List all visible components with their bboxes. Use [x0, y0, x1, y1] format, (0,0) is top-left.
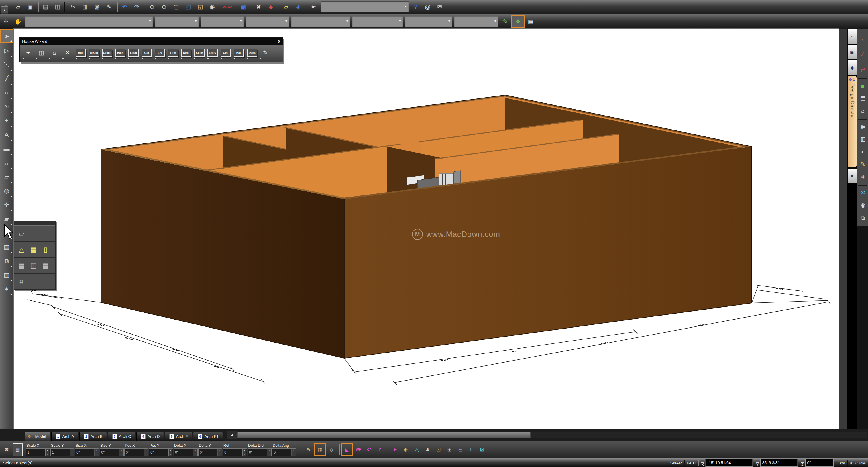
- horizontal-scrollbar-thumb[interactable]: [238, 432, 531, 438]
- polyline-tool[interactable]: ⋱: [0, 58, 13, 71]
- move-resize-icon[interactable]: ⇄: [858, 64, 868, 76]
- text-tool[interactable]: A: [0, 128, 13, 141]
- blocks-tool[interactable]: ▦: [0, 240, 13, 254]
- tab-arch-b[interactable]: 2Arch B: [79, 432, 107, 441]
- mask-circle-icon[interactable]: ◐: [858, 145, 868, 158]
- style-dropdown-2[interactable]: [405, 16, 452, 27]
- style-dropdown[interactable]: [320, 1, 409, 12]
- render-dropdown[interactable]: [454, 16, 498, 27]
- solids-3d-tool[interactable]: ◍: [0, 184, 13, 197]
- color-dropdown[interactable]: [155, 16, 199, 27]
- spell-check-icon[interactable]: ABC✓: [222, 1, 234, 13]
- grid-panel-icon[interactable]: ▦: [858, 120, 868, 133]
- fill-all-icon[interactable]: ◣: [341, 443, 353, 456]
- snowflake-icon[interactable]: ❄: [858, 186, 868, 199]
- address-book-icon[interactable]: @: [422, 1, 434, 13]
- send-mail-icon[interactable]: ✉: [434, 1, 446, 13]
- save-icon[interactable]: ▣: [24, 1, 36, 13]
- zoom-in-icon[interactable]: ⊕: [146, 1, 158, 13]
- open-palette-icon[interactable]: ▱: [280, 1, 292, 13]
- open-file-icon[interactable]: ▱: [12, 1, 24, 13]
- options-gear-icon[interactable]: ⚙: [0, 15, 12, 28]
- context-help-icon[interactable]: ?: [410, 1, 422, 13]
- clipboard-shape-icon[interactable]: ▤: [858, 92, 868, 104]
- horizontal-scrollbar[interactable]: [238, 432, 867, 438]
- building-grid-2-item[interactable]: ▥: [28, 260, 39, 272]
- spinner[interactable]: ▴▾: [45, 449, 50, 456]
- room-dine-button[interactable]: Dine: [180, 46, 193, 59]
- box-green-icon[interactable]: ⊠: [477, 443, 488, 456]
- geo-toggle[interactable]: GEO: [687, 460, 696, 465]
- roof-item[interactable]: △: [16, 243, 28, 256]
- pick-point-icon[interactable]: ◈: [401, 443, 411, 456]
- wizard-wand-icon[interactable]: ✦: [22, 46, 35, 59]
- zoom-extents-icon[interactable]: ◰: [182, 1, 194, 13]
- undo-icon[interactable]: ↶: [119, 1, 131, 13]
- zoom-window-icon[interactable]: ▢: [170, 1, 182, 13]
- fill-cp-icon[interactable]: CP: [364, 443, 375, 456]
- fill-f-icon[interactable]: F: [375, 443, 385, 456]
- dimension-lines-icon[interactable]: ∠: [858, 48, 868, 60]
- spinner[interactable]: ▴▾: [168, 449, 173, 456]
- room-bed-button[interactable]: Bed: [74, 46, 87, 59]
- triangles-snap-icon[interactable]: △: [411, 443, 422, 456]
- room-mbed-button[interactable]: MBed: [87, 46, 100, 59]
- coord-x-input[interactable]: -15'-10 51/64: [705, 459, 753, 467]
- zoom-out-icon[interactable]: ⊖: [158, 1, 170, 13]
- library-tool[interactable]: ▥: [0, 268, 13, 281]
- toolbar-drag-handle[interactable]: ·········: [858, 29, 868, 32]
- group-objects-icon[interactable]: ⧉: [858, 211, 868, 224]
- tab-arch-a[interactable]: 1Arch A: [51, 432, 79, 441]
- spinner[interactable]: ▴▾: [94, 449, 99, 456]
- room-hall-button[interactable]: Hall: [232, 46, 246, 59]
- spinner[interactable]: ▴▾: [193, 449, 197, 456]
- tab-selection-info[interactable]: ▣: [847, 45, 857, 60]
- tab-arch-e1[interactable]: 6Arch E1: [193, 432, 223, 441]
- format-shield-icon[interactable]: ◈: [292, 1, 304, 13]
- tab-3d-cube[interactable]: ◆: [847, 60, 857, 75]
- select-tool[interactable]: ➤: [0, 29, 13, 43]
- lineweight-dropdown[interactable]: [246, 16, 289, 27]
- dimension-tool[interactable]: ↔: [0, 156, 13, 169]
- fill-tool[interactable]: ▬: [0, 142, 13, 155]
- tools-grid-item[interactable]: ⌗: [16, 275, 28, 288]
- cursor-tab[interactable]: ➤: [847, 168, 857, 183]
- door-item[interactable]: ▯: [39, 243, 52, 256]
- scroll-up-button[interactable]: ▲: [1, 6, 8, 14]
- tab-arch-c[interactable]: 3Arch C: [108, 432, 135, 441]
- room-office-button[interactable]: Office: [100, 46, 114, 59]
- layer-dropdown[interactable]: [25, 16, 153, 27]
- room-deck-button[interactable]: Deck: [246, 46, 259, 59]
- group-tool[interactable]: ⧉: [0, 254, 13, 268]
- tab-drawing-doc[interactable]: ⌂: [847, 29, 857, 44]
- house-wizard-titlebar[interactable]: House Wizard X: [20, 38, 283, 45]
- design-director-tab[interactable]: ⚙⚙ Design Director: [847, 75, 857, 168]
- fill-wp-icon[interactable]: WP: [353, 443, 364, 456]
- polygon-outline-icon[interactable]: ⌂: [858, 104, 868, 117]
- point-tool[interactable]: +: [0, 113, 13, 127]
- calculator-icon[interactable]: ▦: [12, 443, 23, 456]
- figure-mode-icon[interactable]: ♟: [422, 443, 433, 456]
- flyout-drag-handle[interactable]: '''''''''''''': [14, 222, 55, 226]
- spinner[interactable]: ▴▾: [119, 449, 123, 456]
- room-entry-button[interactable]: Entry: [206, 46, 219, 59]
- pencil-edit-icon[interactable]: ✎: [858, 158, 868, 171]
- room-clst-button[interactable]: Clst: [219, 46, 232, 59]
- spinner[interactable]: ▴▾: [242, 449, 247, 456]
- transform-box-icon[interactable]: ⊡: [433, 443, 444, 456]
- brick-hatch-icon[interactable]: ▦: [525, 15, 536, 28]
- close-inspector-icon[interactable]: ✖: [2, 445, 11, 454]
- sheet-panel-icon[interactable]: ▥: [858, 133, 868, 145]
- paste-icon[interactable]: ▨: [91, 1, 103, 13]
- layers-hand-icon[interactable]: ✋: [12, 15, 24, 28]
- box-3d-tool[interactable]: ▱: [0, 170, 13, 184]
- mode-2d3d-icon[interactable]: ▧: [314, 443, 326, 456]
- drawing-canvas[interactable]: M www.MacDown.com House Wizard X ✦◫⌂✕Bed…: [14, 29, 839, 429]
- tab-arch-e[interactable]: 5Arch E: [165, 432, 192, 441]
- vertical-scrollbar[interactable]: [839, 29, 848, 429]
- print-icon[interactable]: ▤: [39, 1, 52, 13]
- wizard-rooms-icon[interactable]: ⌂: [48, 46, 61, 59]
- grid-box-1-icon[interactable]: ⊞: [444, 443, 455, 456]
- pattern-dropdown[interactable]: [291, 16, 350, 27]
- room-fam-button[interactable]: Fam: [166, 46, 180, 59]
